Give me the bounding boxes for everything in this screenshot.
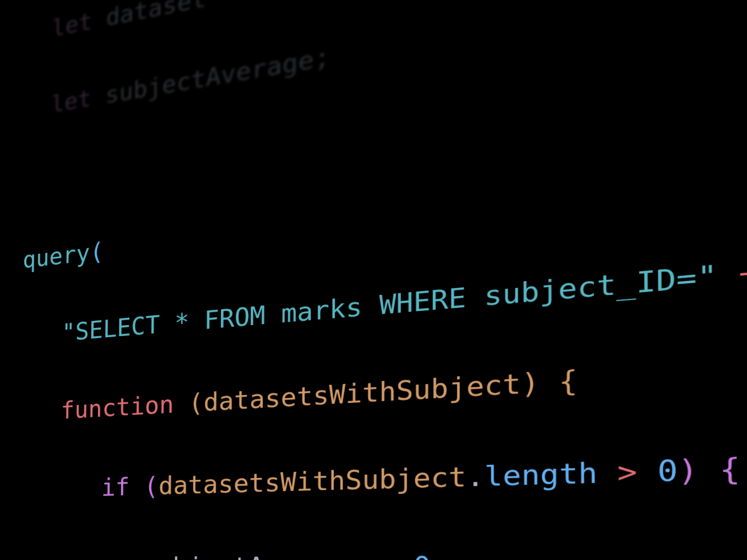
token-paren: (	[129, 471, 158, 501]
token-paren: (	[174, 388, 204, 419]
token-number: 0	[413, 551, 430, 560]
token-identifier: dataset	[106, 0, 207, 32]
token-keyword: if	[101, 472, 130, 502]
token-operator: +	[718, 253, 747, 293]
token-punct: .	[466, 460, 484, 493]
token-number: 0	[657, 453, 678, 488]
token-punct: ;	[431, 551, 449, 560]
token-string: "SELECT * FROM marks WHERE subject_ID="	[62, 259, 718, 347]
token-keyword: let	[51, 82, 105, 118]
code-line: subjectAverage = 0;	[19, 539, 747, 560]
token-operator: =	[362, 551, 414, 560]
token-call: query	[23, 239, 90, 274]
token-keyword: function	[61, 390, 174, 424]
token-identifier: subjectAverage	[143, 551, 362, 560]
code-line: if (datasetsWithSubject.length > 0) {	[20, 425, 747, 509]
token-identifier: datasetsWithSubject	[158, 461, 466, 500]
token-operator: >	[597, 454, 657, 489]
token-paren: ) {	[678, 451, 741, 487]
token-paren: ) {	[521, 364, 578, 400]
code-editor: let dataset let subjectAverage; query( "…	[0, 0, 747, 560]
token-keyword: let	[52, 4, 106, 42]
token-identifier: subjectAverage	[105, 44, 314, 109]
token-param: datasetsWithSubject	[204, 368, 521, 417]
token-paren: (	[90, 237, 104, 266]
token-punct: ;	[314, 41, 331, 74]
token-property: length	[484, 456, 598, 492]
